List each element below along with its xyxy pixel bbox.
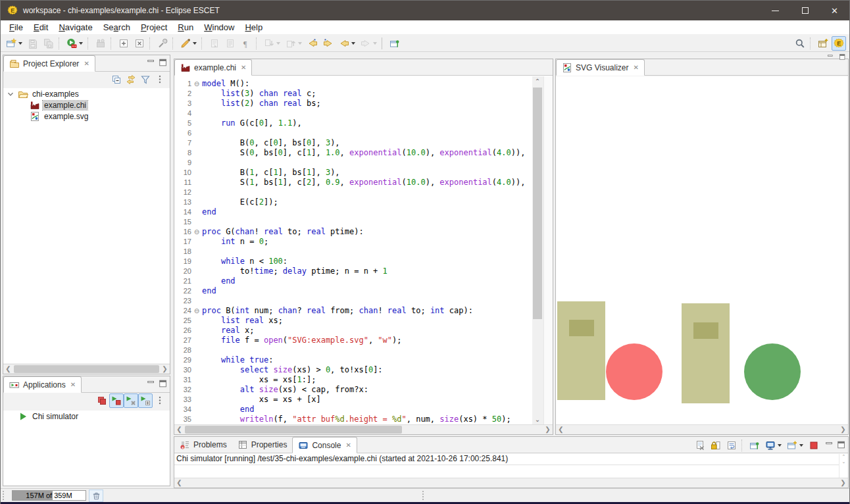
minimize-view-icon[interactable] [147, 379, 156, 388]
code-line-1[interactable]: 1⊖model M(): [174, 79, 532, 89]
scroll-right-icon[interactable]: ❯ [160, 365, 170, 374]
start-stop-button[interactable] [109, 393, 124, 408]
scroll-up-icon[interactable]: ⌃ [532, 76, 543, 86]
dropdown-arrow-icon[interactable] [276, 42, 280, 45]
collapse-all-button[interactable] [109, 72, 124, 87]
tree-item-example.svg[interactable]: example.svg [3, 111, 170, 122]
minimize-view-icon[interactable] [147, 58, 156, 67]
code-line-19[interactable]: 19 while n < 100: [174, 257, 532, 266]
dropdown-arrow-icon[interactable] [298, 42, 302, 45]
tab-example-chi[interactable]: example.chi ✕ [174, 59, 252, 76]
menu-run[interactable]: Run [172, 21, 199, 34]
code-line-20[interactable]: 20 to!time; delay ptime; n = n + 1 [174, 266, 532, 276]
code-line-12[interactable]: 12 [174, 188, 532, 197]
code-line-26[interactable]: 26 real x; [174, 326, 532, 336]
collapse-editor-button[interactable] [132, 36, 147, 51]
new-wizard-button[interactable] [4, 36, 24, 51]
last-edit-forward-button[interactable]: * [321, 36, 336, 51]
code-line-31[interactable]: 31 xs = xs[1:]; [174, 375, 532, 385]
code-line-7[interactable]: 7 B(0, c[0], bs[0], 3), [174, 138, 532, 148]
link-editor-button[interactable] [124, 72, 138, 87]
dropdown-arrow-icon[interactable] [373, 42, 377, 45]
code-line-30[interactable]: 30 select size(xs) > 0, to!xs[0]: [174, 365, 532, 375]
application-item-chi-simulator[interactable]: Chi simulator [3, 411, 170, 422]
dropdown-arrow-icon[interactable] [778, 444, 782, 447]
code-line-32[interactable]: 32 alt size(xs) < cap, from?x: [174, 385, 532, 395]
scroll-right-icon[interactable]: ❯ [543, 425, 553, 434]
wrench-button[interactable] [155, 36, 170, 51]
word-wrap-button[interactable] [724, 438, 739, 453]
code-line-9[interactable]: 9 [174, 158, 532, 168]
terminate-button[interactable] [807, 438, 821, 453]
code-line-14[interactable]: 14end [174, 207, 532, 217]
code-line-23[interactable]: 23 [174, 296, 532, 306]
scroll-right-icon[interactable]: ❯ [838, 478, 848, 488]
run-escet-button[interactable] [64, 36, 85, 51]
fold-collapse-icon[interactable]: ⊖ [191, 306, 202, 316]
code-line-11[interactable]: 11 S(1, bs[1], c[2], 0.9, exponential(10… [174, 178, 532, 188]
pin-editor-button[interactable] [388, 36, 402, 51]
code-line-16[interactable]: 16⊖proc G(chan! real to; real ptime): [174, 227, 532, 237]
editor-hscrollbar[interactable]: ❮ ❯ [174, 424, 553, 434]
open-console-button[interactable] [785, 438, 805, 453]
code-line-6[interactable]: 6 [174, 128, 532, 138]
console-vscrollbar[interactable]: ⌃⌄ [839, 454, 848, 478]
code-line-21[interactable]: 21 end [174, 276, 532, 286]
tab-svg-visualizer[interactable]: SVG Visualizer ✕ [556, 59, 645, 76]
pilcrow-button[interactable]: ¶ [239, 36, 253, 51]
maximize-view-icon[interactable] [159, 379, 168, 388]
close-icon[interactable]: ✕ [820, 1, 849, 20]
close-icon[interactable]: ✕ [84, 60, 89, 67]
open-perspective-button[interactable] [816, 36, 830, 51]
chevron-down-icon[interactable] [6, 89, 15, 99]
code-line-35[interactable]: 35 writeln(f, "attr buf%d.height = %d", … [174, 415, 532, 424]
dropdown-arrow-icon[interactable] [18, 42, 22, 45]
maximize-icon[interactable] [790, 1, 820, 20]
scroll-left-icon[interactable]: ❮ [3, 365, 13, 374]
minimize-icon[interactable] [761, 1, 790, 20]
code-line-10[interactable]: 10 B(1, c[1], bs[1], 3), [174, 168, 532, 178]
tree-item-chi-examples[interactable]: chi-examples [3, 88, 170, 99]
code-line-29[interactable]: 29 while true: [174, 355, 532, 365]
tab-properties[interactable]: Properties [232, 436, 293, 453]
fold-collapse-icon[interactable]: ⊖ [191, 79, 202, 89]
start-kill-button[interactable] [124, 393, 138, 408]
svg-hscrollbar[interactable]: ❮ ❯ [556, 424, 848, 434]
escet-perspective-button[interactable]: E [832, 36, 846, 51]
clear-console-button[interactable] [693, 438, 707, 453]
stop-all-button[interactable] [95, 393, 109, 408]
maximize-view-icon[interactable] [159, 58, 168, 67]
minimize-view-icon[interactable] [825, 440, 834, 449]
code-line-18[interactable]: 18 [174, 247, 532, 257]
editor-vscrollbar[interactable]: ⌃ ⌄ [532, 76, 543, 424]
menu-edit[interactable]: Edit [28, 21, 53, 34]
tab-problems[interactable]: xProblems [174, 436, 232, 453]
scroll-left-icon[interactable]: ❮ [174, 425, 184, 434]
back-button[interactable] [337, 36, 357, 51]
code-line-5[interactable]: 5 run G(c[0], 1.1), [174, 118, 532, 128]
menu-navigate[interactable]: Navigate [53, 21, 97, 34]
search-button[interactable] [793, 36, 807, 51]
scroll-down-icon[interactable]: ⌄ [532, 415, 543, 424]
code-line-13[interactable]: 13 E(c[2]); [174, 197, 532, 207]
menu-file[interactable]: File [4, 21, 28, 34]
fold-collapse-icon[interactable]: ⊖ [191, 227, 202, 237]
tab-console[interactable]: Console✕ [292, 437, 357, 453]
dropdown-arrow-icon[interactable] [193, 42, 197, 45]
minimize-view-icon[interactable] [826, 53, 835, 61]
code-line-15[interactable]: 15 [174, 217, 532, 227]
scroll-left-icon[interactable]: ❮ [556, 425, 566, 434]
tree-item-example.chi[interactable]: example.chi [3, 99, 170, 111]
code-line-27[interactable]: 27 file f = open("SVG:example.svg", "w")… [174, 336, 532, 345]
start-add-button[interactable] [138, 393, 153, 408]
view-menu-button[interactable] [153, 72, 167, 87]
view-menu-button[interactable] [153, 393, 167, 408]
dropdown-arrow-icon[interactable] [799, 444, 803, 447]
dropdown-arrow-icon[interactable] [351, 42, 355, 45]
maximize-view-icon[interactable] [838, 53, 847, 61]
run-garbage-collector-button[interactable] [89, 490, 103, 502]
maximize-view-icon[interactable] [837, 440, 846, 449]
code-line-2[interactable]: 2 list(3) chan real c; [174, 89, 532, 99]
close-icon[interactable]: ✕ [241, 64, 246, 71]
code-line-28[interactable]: 28 [174, 345, 532, 355]
